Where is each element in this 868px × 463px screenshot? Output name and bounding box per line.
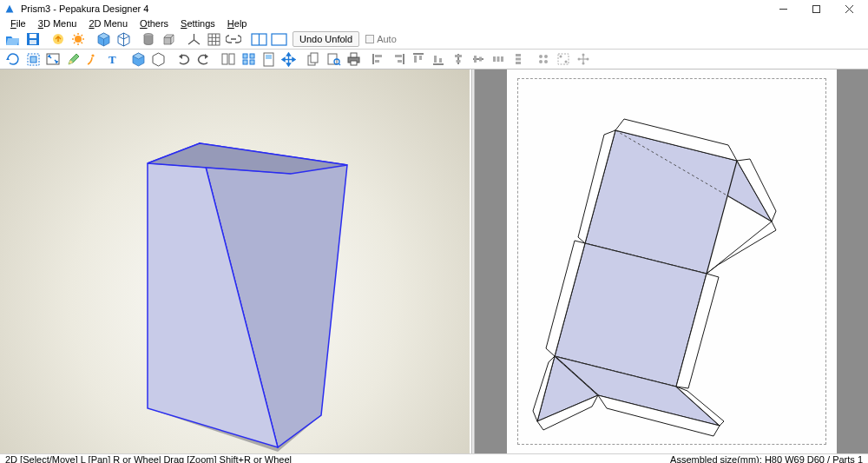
svg-rect-75 — [457, 60, 461, 63]
text-tool-icon[interactable]: T — [103, 50, 122, 68]
svg-point-86 — [544, 55, 548, 58]
svg-point-95 — [587, 58, 589, 61]
toolbar-row-1: Undo Unfold Auto — [0, 30, 868, 50]
svg-rect-80 — [497, 56, 500, 62]
svg-rect-30 — [272, 34, 286, 45]
menu-help[interactable]: Help — [222, 17, 253, 30]
redo-icon[interactable] — [194, 50, 213, 68]
group-3-icon[interactable] — [574, 50, 593, 68]
toolbar-row-2: T — [0, 50, 868, 69]
workspace — [0, 69, 868, 453]
svg-rect-82 — [516, 54, 521, 56]
print-preview-icon[interactable] — [324, 50, 343, 68]
cube-wire-icon[interactable] — [114, 30, 133, 48]
axes-icon[interactable] — [184, 30, 203, 48]
svg-rect-7 — [30, 40, 36, 44]
group-2-icon[interactable] — [554, 50, 573, 68]
cut-tool-icon[interactable] — [83, 50, 102, 68]
svg-rect-63 — [375, 60, 379, 63]
svg-rect-40 — [229, 54, 234, 64]
svg-marker-51 — [282, 57, 285, 61]
svg-rect-54 — [311, 53, 318, 63]
pages-icon[interactable] — [219, 50, 238, 68]
svg-rect-2 — [812, 5, 819, 12]
link-icon[interactable] — [224, 30, 243, 48]
layout-split-icon[interactable] — [249, 30, 268, 48]
maximize-button[interactable] — [800, 0, 832, 17]
print-icon[interactable] — [344, 50, 363, 68]
svg-marker-37 — [179, 54, 182, 59]
svg-rect-78 — [479, 57, 482, 62]
undo-icon[interactable] — [174, 50, 193, 68]
svg-rect-79 — [493, 56, 496, 62]
align-5-icon[interactable] — [449, 50, 468, 68]
menu-file[interactable]: File — [5, 17, 31, 30]
svg-rect-81 — [501, 56, 503, 62]
open-icon[interactable] — [3, 30, 23, 48]
align-1-icon[interactable] — [369, 50, 388, 68]
align-2-icon[interactable] — [389, 50, 408, 68]
page-setup-icon[interactable] — [259, 50, 278, 68]
dist-2-icon[interactable] — [509, 50, 528, 68]
align-4-icon[interactable] — [429, 50, 448, 68]
window-controls — [767, 0, 865, 17]
rotate-tool-icon[interactable] — [3, 50, 23, 68]
dist-1-icon[interactable] — [489, 50, 508, 68]
svg-rect-74 — [455, 55, 462, 57]
svg-rect-23 — [208, 34, 220, 45]
menu-2d[interactable]: 2D Menu — [83, 17, 133, 30]
layout-single-icon[interactable] — [269, 30, 288, 48]
svg-line-57 — [339, 63, 340, 65]
select-tool-icon[interactable] — [23, 50, 43, 68]
svg-rect-42 — [250, 54, 254, 58]
sun-icon[interactable] — [69, 30, 88, 48]
group-1-icon[interactable] — [534, 50, 553, 68]
svg-marker-31 — [6, 57, 10, 60]
arrange-icon[interactable] — [239, 50, 258, 68]
cube-solid-icon[interactable] — [94, 30, 113, 48]
svg-point-88 — [544, 60, 548, 63]
status-left: 2D [Select/Move] L [Pan] R or Wheel Drag… — [5, 454, 292, 463]
window-title: Prism3 - Pepakura Designer 4 — [21, 3, 767, 14]
auto-label: Auto — [377, 34, 397, 44]
menu-settings[interactable]: Settings — [175, 17, 220, 30]
auto-checkbox[interactable]: Auto — [365, 34, 397, 44]
menu-others[interactable]: Others — [135, 17, 174, 30]
align-3-icon[interactable] — [409, 50, 428, 68]
svg-point-94 — [578, 58, 581, 61]
svg-text:T: T — [108, 53, 116, 66]
status-right: Assembled size(mm): H80 W69 D60 / Parts … — [670, 454, 863, 463]
svg-rect-60 — [351, 61, 357, 65]
viewport-3d[interactable] — [0, 69, 471, 453]
svg-marker-38 — [205, 54, 208, 59]
svg-marker-0 — [6, 5, 14, 13]
copy-icon[interactable] — [304, 50, 323, 68]
cube3-icon[interactable] — [128, 50, 148, 68]
svg-marker-49 — [286, 53, 290, 56]
menubar: File 3D Menu 2D Menu Others Settings Hel… — [0, 17, 868, 30]
align-6-icon[interactable] — [469, 50, 488, 68]
cube2-icon[interactable] — [159, 30, 178, 48]
cylinder-icon[interactable] — [139, 30, 158, 48]
grid-icon[interactable] — [204, 30, 223, 48]
svg-rect-83 — [516, 58, 521, 61]
fit-tool-icon[interactable] — [43, 50, 62, 68]
menu-3d[interactable]: 3D Menu — [33, 17, 82, 30]
svg-point-87 — [539, 60, 542, 63]
viewport-2d[interactable] — [475, 69, 868, 453]
svg-rect-33 — [30, 56, 36, 63]
pencil-icon[interactable] — [63, 50, 82, 68]
cube4-icon[interactable] — [148, 50, 168, 68]
svg-line-22 — [194, 40, 200, 44]
svg-rect-69 — [419, 56, 422, 60]
close-button[interactable] — [833, 0, 865, 17]
svg-rect-43 — [243, 60, 247, 64]
move-icon[interactable] — [279, 50, 298, 68]
svg-rect-77 — [474, 56, 477, 63]
save-icon[interactable] — [23, 30, 43, 48]
svg-rect-65 — [395, 55, 402, 57]
unfold-icon[interactable] — [49, 30, 68, 48]
svg-rect-46 — [266, 55, 272, 59]
undo-unfold-button[interactable]: Undo Unfold — [293, 31, 359, 47]
minimize-button[interactable] — [767, 0, 799, 17]
